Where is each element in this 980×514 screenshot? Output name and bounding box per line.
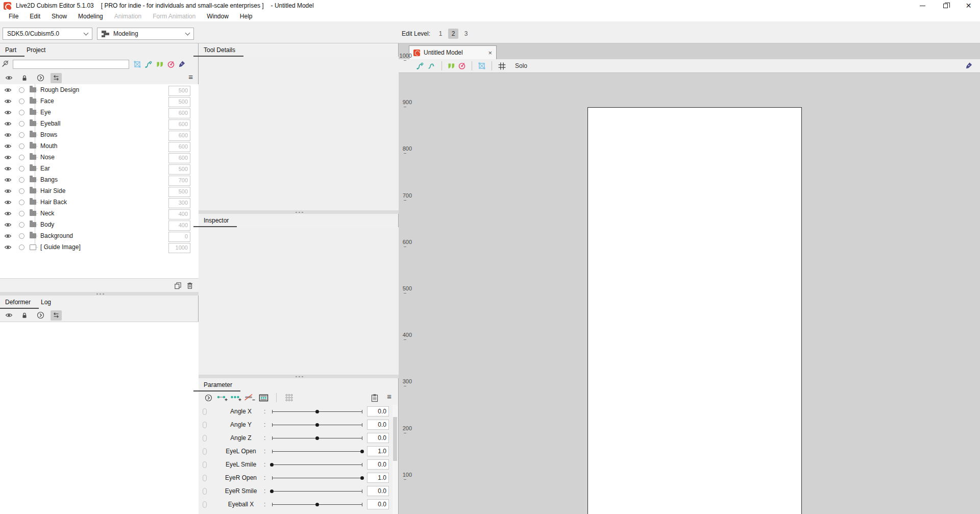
- parameter-scrollbar[interactable]: [393, 405, 398, 514]
- part-list-row[interactable]: Hair Back 300: [0, 197, 199, 208]
- part-draw-order[interactable]: 400: [168, 209, 190, 219]
- edit-keys-button[interactable]: [258, 393, 269, 403]
- canvas-pen-icon[interactable]: [965, 62, 973, 69]
- visibility-eye-icon[interactable]: [4, 222, 12, 228]
- part-name[interactable]: Hair Side: [40, 187, 65, 194]
- grid-toggle-icon[interactable]: [498, 62, 506, 70]
- sync-order-button[interactable]: [51, 73, 62, 83]
- sync-order-button[interactable]: [51, 310, 62, 321]
- part-list-row[interactable]: [ Guide Image] 1000: [0, 241, 199, 253]
- visibility-eye-icon[interactable]: [4, 132, 12, 138]
- parameter-value-input[interactable]: 1.0: [367, 446, 389, 456]
- document-tab[interactable]: Untitled Model ×: [409, 45, 497, 59]
- slider-knob[interactable]: [360, 450, 364, 453]
- parameter-slider[interactable]: [272, 471, 362, 484]
- slider-knob[interactable]: [360, 476, 364, 480]
- part-draw-order[interactable]: 300: [168, 198, 190, 208]
- tab-project[interactable]: Project: [21, 44, 51, 57]
- solo-radio[interactable]: [19, 87, 24, 93]
- parameter-value-input[interactable]: 0.0: [367, 406, 389, 417]
- part-list-row[interactable]: Neck 400: [0, 208, 199, 219]
- menu-item-help[interactable]: Help: [234, 12, 258, 21]
- parameter-slider[interactable]: [272, 484, 362, 498]
- lock-all-button[interactable]: [19, 73, 30, 83]
- model-artboard[interactable]: [587, 107, 802, 514]
- add-3-keys-button[interactable]: [230, 393, 241, 403]
- add-2-keys-button[interactable]: [216, 393, 228, 403]
- part-list-row[interactable]: Bangs 700: [0, 174, 199, 185]
- panel-menu-icon[interactable]: ≡: [188, 72, 193, 81]
- tab-inspector[interactable]: Inspector: [199, 215, 234, 227]
- workspace-dropdown[interactable]: Modeling: [97, 28, 194, 40]
- left-splitter[interactable]: [0, 292, 199, 296]
- parameter-slider[interactable]: [272, 418, 362, 431]
- visibility-eye-icon[interactable]: [4, 143, 12, 150]
- part-list-row[interactable]: Ear 500: [0, 163, 199, 174]
- solo-radio[interactable]: [19, 211, 24, 216]
- visibility-eye-icon[interactable]: [4, 87, 12, 93]
- solo-radio[interactable]: [19, 132, 24, 138]
- part-name[interactable]: Ear: [40, 165, 50, 172]
- tab-parameter[interactable]: Parameter: [199, 379, 237, 391]
- remove-keys-button[interactable]: [244, 393, 255, 403]
- parameter-menu-icon[interactable]: ≡: [387, 392, 391, 401]
- tab-close-icon[interactable]: ×: [488, 49, 492, 57]
- visibility-eye-icon[interactable]: [4, 98, 12, 105]
- part-list-row[interactable]: Eyeball 600: [0, 118, 199, 129]
- part-draw-order[interactable]: 400: [168, 221, 190, 231]
- expand-parameters-button[interactable]: [203, 393, 214, 403]
- canvas-viewport[interactable]: [399, 73, 980, 514]
- part-name[interactable]: Bangs: [40, 176, 58, 183]
- parameter-value-input[interactable]: 0.0: [367, 499, 389, 509]
- minimize-button[interactable]: [911, 0, 934, 11]
- part-draw-order[interactable]: 500: [168, 86, 190, 96]
- part-list-row[interactable]: Nose 600: [0, 152, 199, 163]
- edit-level-3[interactable]: 3: [461, 29, 471, 39]
- solo-radio[interactable]: [19, 99, 24, 104]
- glue-filter-icon[interactable]: [156, 61, 164, 68]
- part-draw-order[interactable]: 600: [168, 153, 190, 163]
- solo-radio[interactable]: [19, 177, 24, 183]
- visibility-eye-icon[interactable]: [4, 177, 12, 183]
- part-name[interactable]: Rough Design: [40, 86, 79, 93]
- edit-level-2[interactable]: 2: [448, 29, 458, 39]
- expand-all-button[interactable]: [35, 310, 46, 321]
- warp-deformer-filter-icon[interactable]: [133, 60, 141, 68]
- part-name[interactable]: Brows: [40, 131, 57, 138]
- middle-splitter-2[interactable]: [199, 375, 399, 378]
- visibility-eye-icon[interactable]: [4, 120, 12, 127]
- menu-item-modeling[interactable]: Modeling: [72, 12, 109, 21]
- tab-tool-details[interactable]: Tool Details: [199, 44, 240, 57]
- art-path-view-icon[interactable]: [416, 62, 425, 70]
- part-draw-order[interactable]: 500: [168, 164, 190, 175]
- part-draw-order[interactable]: 0: [168, 232, 190, 242]
- solo-radio[interactable]: [19, 110, 24, 115]
- visibility-eye-icon[interactable]: [4, 233, 12, 239]
- menu-item-window[interactable]: Window: [201, 12, 234, 21]
- slider-knob[interactable]: [315, 410, 319, 413]
- parameter-slider[interactable]: [272, 405, 362, 418]
- slider-knob[interactable]: [270, 463, 274, 467]
- part-name[interactable]: Nose: [40, 154, 55, 161]
- parameter-value-input[interactable]: 1.0: [367, 473, 389, 483]
- parameter-value-input[interactable]: 0.0: [367, 486, 389, 496]
- art-path-direction-icon[interactable]: [427, 62, 436, 70]
- part-name[interactable]: Neck: [40, 210, 54, 217]
- part-draw-order[interactable]: 700: [168, 176, 190, 186]
- visibility-eye-icon[interactable]: [4, 244, 12, 251]
- solo-radio[interactable]: [19, 166, 24, 172]
- restore-button[interactable]: [934, 0, 957, 11]
- part-name[interactable]: Body: [40, 221, 54, 228]
- middle-splitter-1[interactable]: [199, 210, 399, 214]
- close-button[interactable]: ✕: [957, 0, 980, 11]
- slider-knob[interactable]: [270, 489, 274, 493]
- part-draw-order[interactable]: 500: [168, 187, 190, 197]
- art-mesh-filter-icon[interactable]: [178, 60, 186, 68]
- combine-parameters-button[interactable]: [284, 393, 295, 403]
- parameter-slider[interactable]: [272, 498, 362, 511]
- show-all-eye-button[interactable]: [3, 310, 14, 321]
- art-path-filter-icon[interactable]: [144, 60, 153, 68]
- part-draw-order[interactable]: 1000: [168, 243, 190, 253]
- solo-radio[interactable]: [19, 143, 24, 149]
- menu-item-file[interactable]: File: [3, 12, 24, 21]
